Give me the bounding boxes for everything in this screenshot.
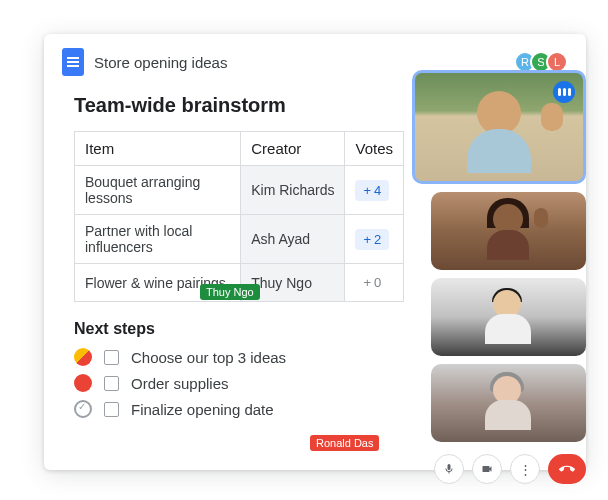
document-title[interactable]: Store opening ideas: [94, 54, 510, 71]
table-row: Partner with local influencers Ash Ayad …: [75, 215, 404, 264]
task-label[interactable]: Order supplies: [131, 375, 229, 392]
cell-votes[interactable]: +2: [345, 215, 404, 264]
th-votes[interactable]: Votes: [345, 132, 404, 166]
mic-icon: [443, 463, 455, 475]
speaking-indicator-icon: [553, 81, 575, 103]
assignee-icon[interactable]: [74, 374, 92, 392]
brainstorm-table: Item Creator Votes Bouquet arranging les…: [74, 131, 404, 302]
checkbox[interactable]: [104, 376, 119, 391]
cell-item[interactable]: Partner with local influencers: [75, 215, 241, 264]
docs-icon[interactable]: [62, 48, 84, 76]
video-tile[interactable]: [431, 278, 586, 356]
cell-creator[interactable]: Kim Richards: [241, 166, 345, 215]
video-tile-main[interactable]: [412, 70, 586, 184]
video-tile[interactable]: [431, 192, 586, 270]
live-cursor-tag: Thuy Ngo: [200, 284, 260, 300]
checkbox[interactable]: [104, 350, 119, 365]
vote-count: 2: [374, 232, 381, 247]
table-header-row: Item Creator Votes: [75, 132, 404, 166]
live-cursor-tag: Ronald Das: [310, 435, 379, 451]
table-row: Bouquet arranging lessons Kim Richards +…: [75, 166, 404, 215]
mic-button[interactable]: [434, 454, 464, 484]
checkbox[interactable]: [104, 402, 119, 417]
hangup-button[interactable]: [548, 454, 586, 484]
cell-votes[interactable]: +0: [345, 264, 404, 302]
more-button[interactable]: ⋮: [510, 454, 540, 484]
more-icon: ⋮: [519, 462, 532, 477]
th-item[interactable]: Item: [75, 132, 241, 166]
assignee-icon[interactable]: [74, 348, 92, 366]
cell-item[interactable]: Bouquet arranging lessons: [75, 166, 241, 215]
vote-count: 0: [374, 275, 381, 290]
video-call-panel: ⋮: [431, 70, 586, 484]
assignee-icon[interactable]: [74, 400, 92, 418]
vote-count: 4: [374, 183, 381, 198]
th-creator[interactable]: Creator: [241, 132, 345, 166]
call-controls: ⋮: [431, 454, 586, 484]
video-tile[interactable]: [431, 364, 586, 442]
hangup-icon: [559, 461, 575, 477]
cell-creator[interactable]: Ash Ayad: [241, 215, 345, 264]
camera-button[interactable]: [472, 454, 502, 484]
cell-votes[interactable]: +4: [345, 166, 404, 215]
task-label[interactable]: Finalize opening date: [131, 401, 274, 418]
camera-icon: [481, 463, 493, 475]
task-label[interactable]: Choose our top 3 ideas: [131, 349, 286, 366]
